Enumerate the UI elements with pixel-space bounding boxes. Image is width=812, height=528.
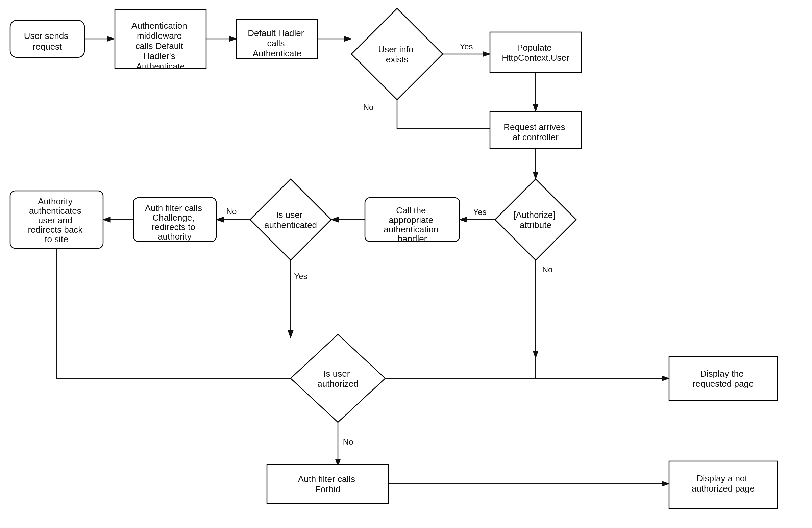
- arrow-authorize-no-path: [536, 260, 669, 378]
- auth-middleware-label: Authentication middleware calls Default …: [131, 20, 190, 71]
- request-controller-label: Request arrives at controller: [504, 122, 567, 142]
- display-not-authorized-label: Display a not authorized page: [692, 473, 755, 494]
- authorize-attr-label: [Authorize] attribute: [513, 210, 558, 230]
- label-yes-isauth: Yes: [294, 272, 307, 281]
- display-requested-label: Display the requested page: [693, 369, 754, 389]
- label-yes-userinfo: Yes: [460, 42, 473, 51]
- label-no-authorize: No: [542, 265, 553, 274]
- label-yes-authorize: Yes: [473, 207, 486, 217]
- label-no-isauthorized: No: [343, 437, 353, 446]
- arrow-authority-to-isauthorized: [56, 248, 294, 378]
- is-user-authorized-label: Is user authorized: [317, 369, 358, 389]
- label-no-isauth: No: [227, 207, 237, 216]
- label-no-userinfo: No: [363, 103, 374, 112]
